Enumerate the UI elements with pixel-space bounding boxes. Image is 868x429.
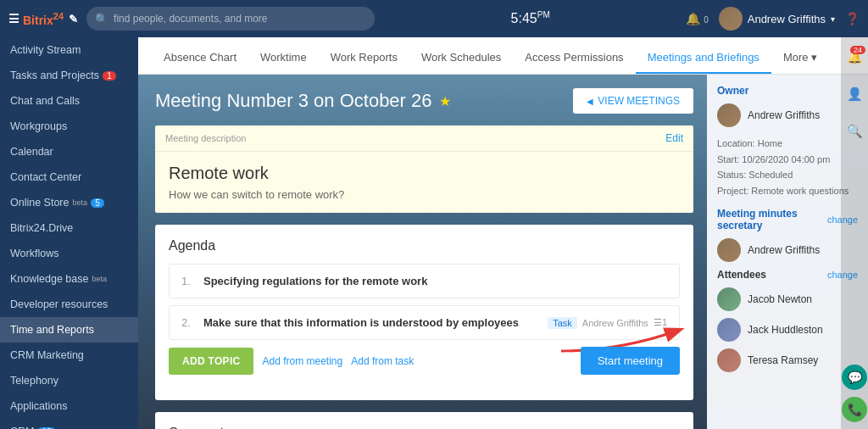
- sidebar-item-tasks-projects[interactable]: Tasks and Projects1: [0, 63, 138, 88]
- notification-icon[interactable]: 🔔 0: [686, 12, 708, 25]
- sidebar-item-telephony[interactable]: Telephony: [0, 368, 138, 393]
- attendee-avatar-3: [717, 348, 741, 372]
- secretary-row: Meeting minutes secretary change: [717, 208, 858, 231]
- sidebar-item-label-tasks-projects: Tasks and Projects: [10, 70, 99, 81]
- sidebar-item-label-online-store: Online Store: [10, 197, 69, 209]
- sidebar: Activity StreamTasks and Projects1Chat a…: [0, 37, 138, 429]
- notification-bell-icon[interactable]: 🔔 24: [842, 44, 867, 70]
- agenda-tag-2: Task: [548, 317, 577, 329]
- profile-icon[interactable]: 👤: [842, 81, 867, 107]
- description-subtitle: How we can switch to remote work?: [169, 188, 680, 201]
- sidebar-item-label-crm: CRM: [10, 426, 34, 429]
- sidebar-item-activity-stream[interactable]: Activity Stream: [0, 37, 138, 63]
- sidebar-item-label-bitrix24-drive: Bitrix24.Drive: [10, 222, 73, 234]
- help-icon[interactable]: ❓: [845, 12, 860, 25]
- attendee-avatar-1: [717, 287, 741, 311]
- user-menu[interactable]: Andrew Griffiths ▾: [719, 7, 835, 31]
- tab-worktime[interactable]: Worktime: [248, 42, 319, 74]
- phone-icon[interactable]: 📞: [842, 397, 867, 422]
- sidebar-item-online-store[interactable]: Online Storebeta5: [0, 190, 138, 215]
- comments-section: Comments: [155, 412, 693, 429]
- sidebar-item-label-workflows: Workflows: [10, 248, 58, 259]
- sidebar-item-chat-calls[interactable]: Chat and Calls: [0, 88, 138, 114]
- sidebar-item-label-chat-calls: Chat and Calls: [10, 95, 80, 107]
- sidebar-item-contact-center[interactable]: Contact Center: [0, 164, 138, 190]
- agenda-num-2: 2.: [181, 316, 198, 329]
- add-topic-row: ADD TOPIC Add from meeting Add from task: [169, 347, 680, 375]
- meeting-title: Meeting Number 3 on October 26 ★: [155, 90, 451, 112]
- sidebar-item-knowledge-base[interactable]: Knowledge basebeta: [0, 266, 138, 292]
- comments-title: Comments: [169, 424, 680, 429]
- agenda-title: Agenda: [169, 238, 680, 254]
- view-meetings-label: VIEW MEETINGS: [598, 95, 680, 107]
- sidebar-item-label-time-reports: Time and Reports: [10, 324, 94, 336]
- attendees-label: Attendees: [717, 269, 766, 281]
- sidebar-item-calendar[interactable]: Calendar: [0, 139, 138, 164]
- search-bar[interactable]: 🔍: [86, 7, 375, 31]
- search-input[interactable]: [114, 13, 366, 25]
- secretary-name: Andrew Griffiths: [748, 244, 820, 256]
- logo-text: Bitrix24: [23, 11, 64, 27]
- sidebar-item-crm[interactable]: CRM12: [0, 419, 138, 429]
- topbar: ☰ Bitrix24 ✎ 🔍 5:45PM 🔔 0 Andrew Griffit…: [0, 0, 868, 37]
- attendee-name-1: Jacob Newton: [748, 293, 812, 305]
- sidebar-nav: Activity StreamTasks and Projects1Chat a…: [0, 37, 138, 429]
- agenda-count-2: ☰1: [654, 317, 667, 328]
- badge-online-store: 5: [91, 198, 104, 208]
- edit-button[interactable]: Edit: [665, 132, 683, 144]
- tab-meetings-briefings[interactable]: Meetings and Briefings: [636, 42, 771, 74]
- owner-name: Andrew Griffiths: [748, 109, 820, 121]
- star-icon[interactable]: ★: [439, 93, 451, 109]
- content-inner: Meeting Number 3 on October 26 ★ ◀ VIEW …: [138, 75, 868, 429]
- sidebar-item-label-calendar: Calendar: [10, 146, 53, 158]
- start-meeting-button[interactable]: Start meeting: [581, 347, 680, 375]
- attendee-name-3: Teresa Ramsey: [748, 354, 818, 366]
- sidebar-item-developer-resources[interactable]: Developer resources: [0, 292, 138, 317]
- add-from-meeting-link[interactable]: Add from meeting: [262, 355, 342, 367]
- tab-more[interactable]: More ▾: [771, 42, 829, 74]
- tab-work-schedules[interactable]: Work Schedules: [409, 42, 513, 74]
- secretary-person: Andrew Griffiths: [717, 238, 858, 262]
- more-tab-label: More ▾: [783, 51, 817, 64]
- content-area: Meeting Number 3 on October 26 ★ ◀ VIEW …: [138, 75, 868, 429]
- agenda-items: 1.Specifying regulations for the remote …: [169, 264, 680, 340]
- search-icon: 🔍: [95, 13, 108, 25]
- add-from-task-link[interactable]: Add from task: [351, 355, 414, 367]
- owner-row: Andrew Griffiths: [717, 103, 858, 127]
- agenda-text-2: Make sure that this information is under…: [203, 316, 542, 329]
- app-layout: Activity StreamTasks and Projects1Chat a…: [0, 37, 868, 429]
- tab-access-permissions[interactable]: Access Permissions: [513, 42, 635, 74]
- sidebar-item-workflows[interactable]: Workflows: [0, 241, 138, 266]
- floating-search-icon[interactable]: 🔍: [842, 119, 867, 144]
- sidebar-item-bitrix24-drive[interactable]: Bitrix24.Drive: [0, 215, 138, 241]
- meeting-title-text: Meeting Number 3 on October 26: [155, 90, 432, 112]
- sidebar-item-crm-marketing[interactable]: CRM Marketing: [0, 343, 138, 368]
- card-header: Meeting description Edit: [155, 125, 693, 152]
- beta-badge-online-store: beta: [72, 198, 87, 207]
- view-meetings-button[interactable]: ◀ VIEW MEETINGS: [573, 88, 693, 114]
- description-card: Meeting description Edit Remote work How…: [155, 125, 693, 213]
- owner-avatar: [717, 103, 741, 127]
- sidebar-item-label-crm-marketing: CRM Marketing: [10, 349, 84, 361]
- beta-badge-knowledge-base: beta: [92, 275, 107, 283]
- user-avatar: [719, 7, 743, 31]
- edit-icon[interactable]: ✎: [69, 13, 78, 25]
- sidebar-item-workgroups[interactable]: Workgroups: [0, 114, 138, 139]
- sidebar-item-label-contact-center: Contact Center: [10, 171, 81, 183]
- location-value: Home: [758, 138, 782, 148]
- add-topic-button[interactable]: ADD TOPIC: [169, 348, 253, 375]
- chat-icon[interactable]: 💬: [842, 365, 867, 390]
- sidebar-item-label-developer-resources: Developer resources: [10, 298, 108, 310]
- sidebar-item-applications[interactable]: Applications: [0, 393, 138, 419]
- sidebar-item-time-reports[interactable]: Time and Reports: [0, 317, 138, 343]
- tab-absence-chart[interactable]: Absence Chart: [152, 42, 248, 74]
- tab-work-reports[interactable]: Work Reports: [319, 42, 409, 74]
- main-content: Absence ChartWorktimeWork ReportsWork Sc…: [138, 37, 868, 429]
- description-label: Meeting description: [165, 133, 246, 143]
- bottom-icons: 💬 📞: [842, 365, 867, 422]
- attendee-2: Jack Huddleston: [717, 318, 858, 342]
- attendee-name-2: Jack Huddleston: [748, 324, 823, 336]
- arrow-left-icon: ◀: [587, 97, 593, 106]
- agenda-item-2: 2.Make sure that this information is und…: [169, 305, 680, 340]
- attendees-list: Jacob NewtonJack HuddlestonTeresa Ramsey: [717, 287, 858, 372]
